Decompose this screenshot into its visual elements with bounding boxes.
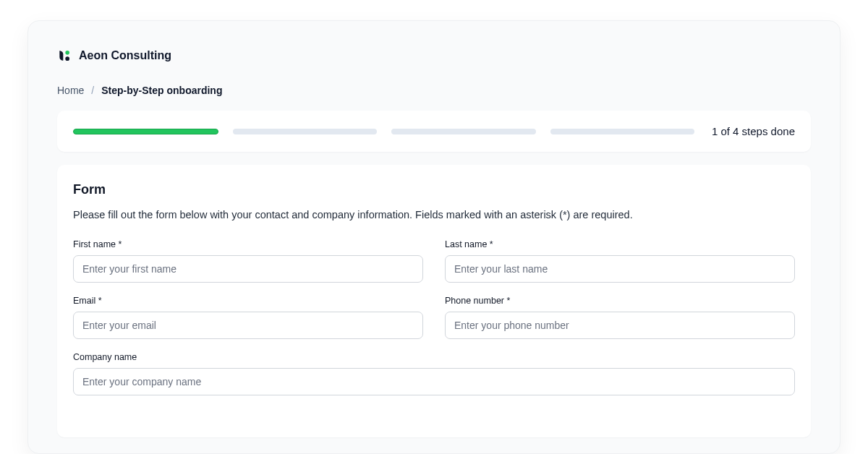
progress-bar-3: [391, 129, 535, 134]
phone-label: Phone number *: [445, 296, 795, 306]
form-title: Form: [73, 182, 795, 197]
form-row-3: Company name: [73, 352, 795, 395]
breadcrumb-separator: /: [91, 85, 94, 96]
field-last-name: Last name *: [445, 239, 795, 283]
progress-text: 1 of 4 steps done: [712, 125, 795, 137]
field-phone: Phone number *: [445, 296, 795, 339]
first-name-input[interactable]: [73, 255, 423, 283]
breadcrumb-home-link[interactable]: Home: [57, 85, 84, 96]
company-input[interactable]: [73, 368, 795, 395]
progress-bar-4: [550, 129, 694, 134]
field-first-name: First name *: [73, 239, 423, 283]
progress-card: 1 of 4 steps done: [57, 111, 811, 152]
email-label: Email *: [73, 296, 423, 306]
email-field[interactable]: [73, 312, 423, 339]
brand-name: Aeon Consulting: [79, 49, 171, 62]
field-email: Email *: [73, 296, 423, 339]
svg-point-1: [65, 56, 69, 61]
form-card: Form Please fill out the form below with…: [57, 165, 811, 437]
svg-point-0: [65, 51, 69, 55]
form-row-1: First name * Last name *: [73, 239, 795, 283]
first-name-label: First name *: [73, 239, 423, 249]
brand-row: Aeon Consulting: [57, 48, 811, 63]
field-company: Company name: [73, 352, 795, 395]
form-row-2: Email * Phone number *: [73, 296, 795, 339]
progress-bar-2: [233, 129, 377, 134]
progress-bars: [73, 129, 694, 134]
breadcrumb: Home / Step-by-Step onboarding: [57, 85, 811, 96]
last-name-input[interactable]: [445, 255, 795, 283]
brand-logo-icon: [57, 48, 72, 63]
progress-bar-1: [73, 129, 218, 134]
last-name-label: Last name *: [445, 239, 795, 249]
breadcrumb-current: Step-by-Step onboarding: [101, 85, 222, 96]
form-description: Please fill out the form below with your…: [73, 207, 795, 223]
app-shell: Aeon Consulting Home / Step-by-Step onbo…: [27, 20, 841, 454]
phone-input[interactable]: [445, 312, 795, 339]
company-label: Company name: [73, 352, 795, 362]
